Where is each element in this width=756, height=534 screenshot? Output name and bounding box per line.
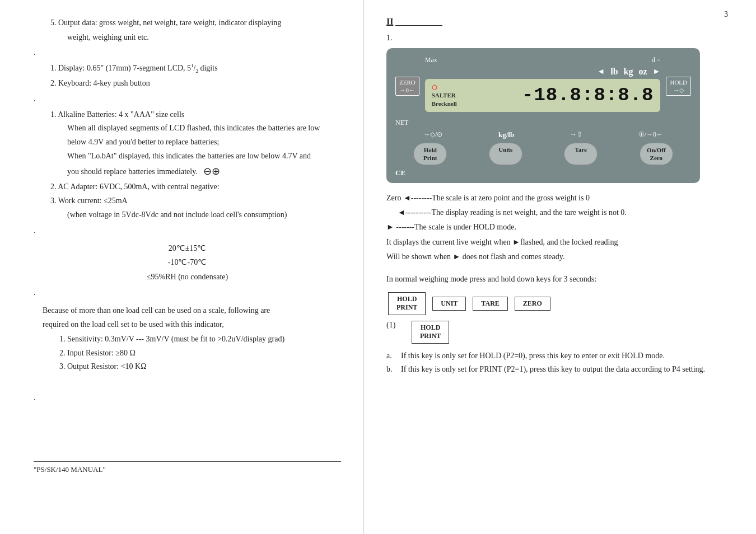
item1-key-hold-print[interactable]: HOLD PRINT bbox=[412, 321, 449, 344]
zero-indicator-text: Zero ◄--------The scale is at zero point… bbox=[386, 192, 590, 204]
bullet2: · bbox=[34, 96, 341, 106]
battery-note2: below 4.9V and you'd better to replace b… bbox=[67, 136, 341, 148]
lb-label: lb bbox=[610, 67, 618, 77]
display-section: 1. Display: 0.65" (17mm) 7-segment LCD, … bbox=[50, 62, 341, 89]
btn-units[interactable]: Units bbox=[489, 143, 522, 166]
note-a-text: If this key is only set for HOLD (P2=0),… bbox=[401, 352, 665, 360]
humidity: ≤95%RH (no condensate) bbox=[34, 271, 341, 283]
battery-note4: you should replace batteries immediately… bbox=[67, 164, 341, 180]
section-ii-label: II bbox=[386, 17, 393, 26]
keys-intro: In normal weighing mode press and hold d… bbox=[386, 273, 734, 285]
input-resistor: 2. Input Resistor: ≥80 Ω bbox=[59, 347, 341, 359]
section-ii-underline bbox=[395, 18, 442, 26]
note-a-label: a. bbox=[386, 352, 396, 360]
d-label: d = bbox=[652, 56, 661, 64]
note-b-text: If this key is only set for PRINT (P2=1)… bbox=[401, 365, 705, 374]
kg-label: kg bbox=[624, 67, 633, 77]
logo-area: ⬡ SALTER Brecknell bbox=[432, 83, 457, 107]
scale-top-info: ZERO →0← Max d = ◄ lb kg oz ► bbox=[395, 56, 691, 116]
battery-note3: When "Lo.bAt" displayed, this indicates … bbox=[67, 150, 341, 162]
flash-note-2: Will be shown when ► does not flash and … bbox=[386, 251, 734, 263]
work-current-note: (when voltage in 5Vdc-8Vdc and not inclu… bbox=[67, 209, 341, 221]
arrow-up-icon: →⇧ bbox=[570, 130, 582, 139]
key-hold-print[interactable]: HOLD PRINT bbox=[388, 292, 426, 315]
legend-hold: ► -------The scale is under HOLD mode. bbox=[386, 221, 734, 233]
keyboard-item: 2. Keyboard: 4-key push button bbox=[50, 77, 341, 90]
display-item: 1. Display: 0.65" (17mm) 7-segment LCD, … bbox=[50, 62, 341, 76]
kgib-label: kg/lb bbox=[498, 130, 514, 139]
battery-icon: ⊖⊕ bbox=[203, 164, 220, 180]
units-row: ◄ lb kg oz ► bbox=[425, 67, 661, 77]
key-zero[interactable]: ZERO bbox=[515, 297, 550, 311]
load-cell-section: Because of more than one load cell can b… bbox=[43, 305, 341, 373]
on-off-icon: ①/→0← bbox=[638, 130, 663, 139]
hold-label-right: HOLD →◇ bbox=[666, 77, 691, 96]
logo-icon: ⬡ bbox=[432, 83, 457, 91]
display-screen: ⬡ SALTER Brecknell -18.8:8:8.8 bbox=[425, 79, 661, 112]
btn-hold-print[interactable]: Hold Print bbox=[413, 143, 447, 166]
notes-section: a. If this key is only set for HOLD (P2=… bbox=[386, 352, 734, 374]
arrow-right-filled: ► bbox=[653, 67, 661, 76]
zero-btn: ZERO →0← bbox=[395, 77, 419, 96]
display-text: 1. Display: 0.65" (17mm) 7-segment LCD, … bbox=[50, 64, 191, 72]
arrow-left-filled: ◄ bbox=[597, 67, 605, 76]
net-label-row: NET bbox=[395, 119, 691, 127]
page-number: 3 bbox=[724, 10, 728, 19]
item1-label: (1) bbox=[386, 321, 403, 330]
item5-text: 5. Output data: gross weight, net weight… bbox=[50, 17, 341, 29]
item-1-label: 1. bbox=[386, 34, 734, 43]
ac-adapter: 2. AC Adapter: 6VDC, 500mA, with central… bbox=[50, 181, 341, 193]
temp-storage: -10℃-70℃ bbox=[34, 256, 341, 269]
btn-tare[interactable]: Tare bbox=[564, 143, 598, 166]
key-tare[interactable]: TARE bbox=[473, 297, 507, 311]
note-b-label: b. bbox=[386, 365, 396, 374]
legend-zero: Zero ◄--------The scale is at zero point… bbox=[386, 192, 734, 204]
legend-net: ◄----------The display reading is net we… bbox=[398, 207, 734, 218]
oz-label: oz bbox=[638, 67, 647, 77]
output-resistor: 3. Output Resistor: <10 KΩ bbox=[59, 360, 341, 373]
legend-block: Zero ◄--------The scale is at zero point… bbox=[386, 192, 734, 263]
logo-brecknell: Brecknell bbox=[432, 100, 457, 107]
logo-salter: SALTER bbox=[432, 91, 457, 99]
hold-indicator-text: ► -------The scale is under HOLD mode. bbox=[386, 221, 516, 233]
btn-onoff-zero[interactable]: On/Off Zero bbox=[640, 143, 673, 166]
manual-label: "PS/SK/140 MANUAL" bbox=[34, 461, 341, 474]
display-digits: -18.8:8:8.8 bbox=[522, 85, 654, 106]
scale-top-bar: Max d = bbox=[425, 56, 661, 64]
scale-top-left: ZERO →0← bbox=[395, 77, 419, 96]
arrow-zero-icon: →◇/⊙ bbox=[423, 130, 442, 139]
load-cell-note2: required on the load cell set to be used… bbox=[43, 318, 341, 331]
sensitivity: 1. Sensitivity: 0.3mV/V --- 3mV/V (must … bbox=[59, 333, 341, 345]
work-current: 3. Work current: ≤25mA bbox=[50, 195, 341, 207]
flash-note: It displays the current live weight when… bbox=[386, 236, 734, 263]
max-label: Max bbox=[425, 56, 437, 64]
battery-note1: When all displayed segments of LCD flash… bbox=[67, 122, 341, 134]
load-cell-list: 1. Sensitivity: 0.3mV/V --- 3mV/V (must … bbox=[59, 333, 341, 373]
item1-row: (1) HOLD PRINT bbox=[386, 321, 734, 344]
note-a-row: a. If this key is only set for HOLD (P2=… bbox=[386, 352, 734, 360]
page-container: 5. Output data: gross weight, net weight… bbox=[0, 0, 756, 534]
left-column: 5. Output data: gross weight, net weight… bbox=[0, 0, 364, 534]
temp-op: 20℃±15℃ bbox=[34, 242, 341, 255]
scale-device-image: ZERO →0← Max d = ◄ lb kg oz ► bbox=[386, 48, 700, 183]
ce-mark: CE bbox=[395, 168, 691, 177]
display-suffix: digits bbox=[198, 64, 218, 72]
sup1: 1 bbox=[191, 63, 194, 69]
note-b-row: b. If this key is only set for PRINT (P2… bbox=[386, 365, 734, 374]
key-unit[interactable]: UNIT bbox=[432, 297, 466, 311]
temp-section: 20℃±15℃ -10℃-70℃ ≤95%RH (no condensate) bbox=[34, 242, 341, 283]
keys-row: HOLD PRINT UNIT TARE ZERO bbox=[386, 292, 734, 315]
battery-title: 1. Alkaline Batteries: 4 x "AAA" size ce… bbox=[50, 109, 341, 121]
scale-icon-row: →◇/⊙ kg/lb →⇧ ①/→0← bbox=[395, 130, 691, 139]
keys-section: In normal weighing mode press and hold d… bbox=[386, 273, 734, 374]
bullet3: · bbox=[34, 228, 341, 238]
load-cell-note: Because of more than one load cell can b… bbox=[43, 305, 341, 317]
flash-note-1: It displays the current live weight when… bbox=[386, 236, 734, 249]
scale-display-wrapper: Max d = ◄ lb kg oz ► ⬡ bbox=[425, 56, 661, 116]
battery-section: 1. Alkaline Batteries: 4 x "AAA" size ce… bbox=[50, 109, 341, 221]
section-ii-header: II bbox=[386, 17, 734, 27]
bullet5: · bbox=[34, 395, 341, 405]
scale-buttons-row: Hold Print Units Tare On/Off Zero bbox=[395, 143, 691, 166]
bullet1: · bbox=[34, 50, 341, 60]
net-indicator-text: ◄----------The display reading is net we… bbox=[398, 207, 627, 218]
